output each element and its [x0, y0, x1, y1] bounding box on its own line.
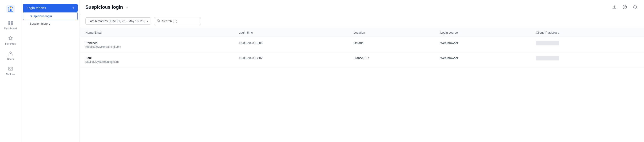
login-reports-chevron: ▾	[72, 6, 74, 10]
row-login-source: Web browser	[435, 52, 530, 67]
svg-rect-4	[11, 21, 13, 23]
row-email: paul.d@zylkertraining.com	[86, 60, 228, 63]
svg-point-2	[10, 7, 11, 9]
sidebar-item-dashboard[interactable]: Dashboard	[2, 18, 19, 32]
nav-item-login-reports[interactable]: Login reports ▾	[23, 4, 78, 12]
dashboard-icon	[8, 20, 13, 26]
table-body: Rebeccarebecca@zylkertraining.com16.03.2…	[80, 37, 644, 67]
sidebar-item-favorites[interactable]: Favorites	[2, 33, 19, 48]
sidebar-item-dashboard-label: Dashboard	[4, 27, 17, 30]
row-login-time: 16.03.2023 10:08	[233, 37, 348, 52]
row-client-ip	[530, 52, 644, 67]
sub-item-session-history-label: Session history	[30, 22, 50, 25]
search-input[interactable]	[162, 19, 190, 23]
col-client-ip: Client IP address	[530, 28, 644, 37]
col-location: Location	[348, 28, 435, 37]
title-area: Suspicious login ☆	[86, 5, 128, 10]
table-header: Name/Email Login time Location Login sou…	[80, 28, 644, 37]
sidebar-item-mailbox[interactable]: Mailbox	[2, 64, 19, 78]
sidebar-item-favorites-label: Favorites	[5, 42, 16, 45]
svg-rect-5	[8, 23, 10, 25]
svg-rect-6	[11, 23, 13, 25]
svg-rect-1	[10, 10, 12, 11]
row-location: France, FR	[348, 52, 435, 67]
suspicious-login-table: Name/Email Login time Location Login sou…	[80, 28, 644, 67]
favorite-star-icon[interactable]: ☆	[125, 5, 128, 10]
header-actions	[611, 4, 638, 10]
table-header-row: Name/Email Login time Location Login sou…	[80, 28, 644, 37]
left-nav: Dashboard Favorites Users	[0, 18, 21, 78]
search-box	[154, 17, 201, 25]
page-title: Suspicious login	[86, 5, 123, 10]
sidebar-item-mailbox-label: Mailbox	[6, 73, 15, 76]
col-login-source: Login source	[435, 28, 530, 37]
notification-button[interactable]	[632, 4, 638, 10]
sub-item-suspicious-login[interactable]: Suspicious login	[23, 12, 78, 20]
toolbar: Last 6 months ( Dec 01, 22 – May 16, 23 …	[80, 14, 644, 28]
col-login-time: Login time	[233, 28, 348, 37]
table-row: Rebeccarebecca@zylkertraining.com16.03.2…	[80, 37, 644, 52]
users-icon	[8, 51, 13, 57]
svg-point-10	[624, 8, 625, 9]
svg-rect-3	[8, 21, 10, 23]
row-location: Ontario	[348, 37, 435, 52]
date-filter-button[interactable]: Last 6 months ( Dec 01, 22 – May 16, 23 …	[86, 17, 151, 25]
svg-rect-8	[8, 67, 13, 70]
sub-item-session-history[interactable]: Session history	[23, 20, 78, 27]
sub-item-suspicious-login-label: Suspicious login	[30, 14, 52, 18]
data-table-container: Name/Email Login time Location Login sou…	[80, 28, 644, 142]
main-wrapper: Login reports ▾ Suspicious login Session…	[21, 0, 644, 142]
content-area: Suspicious login ☆	[80, 0, 644, 142]
search-icon	[157, 19, 160, 23]
upload-button[interactable]	[611, 4, 618, 10]
row-email: rebecca@zylkertraining.com	[86, 45, 228, 48]
date-filter-chevron-icon: ▾	[147, 20, 148, 22]
app-logo-icon	[6, 5, 15, 13]
row-login-time: 15.03.2023 17:07	[233, 52, 348, 67]
mailbox-icon	[8, 66, 13, 72]
svg-point-7	[10, 52, 12, 54]
row-name: Paul	[86, 56, 228, 60]
table-row: Paulpaul.d@zylkertraining.com15.03.2023 …	[80, 52, 644, 67]
col-name-email: Name/Email	[80, 28, 233, 37]
left-sidebar: Dashboard Favorites Users	[0, 0, 21, 142]
sidebar-item-users[interactable]: Users	[2, 48, 19, 63]
nav-item-login-reports-label: Login reports	[27, 6, 46, 10]
sidebar-item-users-label: Users	[7, 58, 14, 60]
secondary-sidebar: Login reports ▾ Suspicious login Session…	[21, 0, 80, 142]
row-name: Rebecca	[86, 41, 228, 45]
help-button[interactable]	[622, 4, 628, 10]
content-header: Suspicious login ☆	[80, 0, 644, 14]
row-login-source: Web browser	[435, 37, 530, 52]
favorites-icon	[8, 36, 13, 41]
row-client-ip	[530, 37, 644, 52]
app-logo	[4, 2, 17, 18]
date-filter-label: Last 6 months ( Dec 01, 22 – May 16, 23 …	[88, 19, 146, 23]
